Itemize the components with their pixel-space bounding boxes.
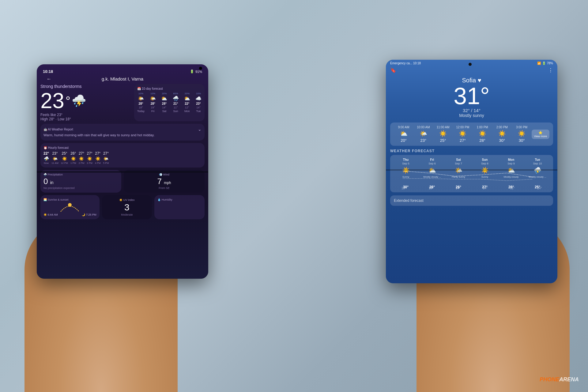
phone-left-body: 10:18 🔋 91% ← g.k. Mladost I, Varna Stro… xyxy=(37,64,208,279)
wf-section-title: WEATHER FORECAST xyxy=(390,149,553,153)
hourly-item-5: 27° ☀️ 3 PM xyxy=(87,151,92,164)
h4-time: 2 PM xyxy=(79,162,85,164)
day-high-1: 28° xyxy=(151,102,155,105)
low-3: 14° xyxy=(483,187,488,190)
precip-wind-row: 🌧️ Precipitation 0 in No precipitation e… xyxy=(40,170,205,193)
svg-point-0 xyxy=(68,203,72,207)
wind-sub: From SE xyxy=(159,187,170,190)
day-label-5: Tue xyxy=(196,110,201,113)
day-low-3: 11° xyxy=(174,106,178,109)
watermark-arena: ARENA xyxy=(559,376,579,383)
sunrise-title: 🌅 Sunrise & sunset xyxy=(43,198,96,201)
precip-title: 🌧️ Precipitation xyxy=(43,173,118,176)
h0-icon: ⛈️ xyxy=(44,156,49,161)
day-high-2: 28° xyxy=(162,102,167,105)
watermark: PHONEARENA xyxy=(540,376,579,383)
day-precip-5: 10% xyxy=(196,92,201,95)
wf-fri: Fri Sep 6 ⛅ Mostly cloudy ... 28° xyxy=(420,158,445,189)
sunset-time: 🌙 7:25 PM xyxy=(82,213,96,216)
sunrise-arc-svg xyxy=(59,202,81,213)
h7-icon: 🌤️ xyxy=(103,156,108,161)
ai-report-text: Warm, humid morning with rain that will … xyxy=(43,133,202,138)
uv-title: ☀️ UV index xyxy=(119,198,134,202)
h5-icon: ☀️ xyxy=(87,156,92,161)
h6-temp: 27° xyxy=(95,151,100,156)
battery-icon-left: 🔋 xyxy=(190,70,194,74)
extended-label: Extended forecast xyxy=(394,198,424,203)
low-2: 14° xyxy=(456,187,460,190)
wf-sat: Sat Sep 7 🌤️ Partly sunny 26° xyxy=(446,158,471,189)
h0-time: Now xyxy=(44,162,49,164)
weather-icon: ⛈️ xyxy=(72,95,86,107)
status-icons-right: 📶 🔋 78% xyxy=(537,62,553,65)
battery-pct-right: 78% xyxy=(547,62,553,65)
temp-display: 23 ° ⛈️ xyxy=(40,90,131,111)
status-icons-left: 🔋 91% xyxy=(190,70,202,74)
h5-time: 3 PM xyxy=(87,162,92,164)
feels-like: Feels like 23° xyxy=(40,113,131,117)
low-4: 11° xyxy=(510,187,514,190)
day-high-4: 22° xyxy=(185,102,189,105)
sunrise-time: ☀️ 6:44 AM xyxy=(43,213,58,216)
temp-value: 23 xyxy=(40,90,64,111)
bookmark-icon[interactable]: 🔖 xyxy=(390,67,396,73)
h5-temp: 27° xyxy=(87,151,92,156)
fold-divider-left xyxy=(37,172,208,172)
tl-4: 1:00 PM ☀️ 28° xyxy=(473,126,492,143)
hourly-item-1: 23° 🌤️ 11 AM xyxy=(51,151,58,164)
wf-thu: Thu Sep 5 ☀️ Sunny 30° xyxy=(393,158,418,189)
status-time-left: 10:18 xyxy=(43,69,53,74)
weather-forecast-section: WEATHER FORECAST Thu Sep 5 ☀️ Sunny 30° … xyxy=(390,149,553,192)
day-precip-2: 20% xyxy=(162,92,167,95)
h4-temp: 27° xyxy=(79,151,84,156)
day-label-4: Mon xyxy=(184,110,190,113)
day-label-2: Sat xyxy=(162,110,167,113)
phone-right-screen: Emergency ca... 10:18 📶 🔋 78% 🔖 ⋮ Sofia … xyxy=(386,60,557,283)
day-icon-4: ⛅ xyxy=(184,96,190,101)
humidity-card: 💧 Humidity xyxy=(154,195,205,219)
phone-left-screen: 10:18 🔋 91% ← g.k. Mladost I, Varna Stro… xyxy=(37,64,208,279)
extended-forecast-btn[interactable]: Extended forecast xyxy=(390,195,553,206)
day-high-0: 28° xyxy=(138,102,143,105)
view-more-button[interactable]: ⭐ View more xyxy=(532,130,549,139)
view-more-label: View more xyxy=(534,135,547,138)
wind-title: 💨 Wind xyxy=(159,173,169,176)
status-emergency: Emergency ca... 10:18 xyxy=(390,62,421,65)
back-arrow-icon[interactable]: ← xyxy=(47,76,51,82)
hourly-item-6: 27° ☀️ 4 PM xyxy=(95,151,101,164)
sunrise-card: 🌅 Sunrise & sunset ☀️ 6:44 AM 🌙 7:25 PM xyxy=(40,195,100,219)
h7-temp: 27° xyxy=(103,151,109,156)
wind-value: 7 mph xyxy=(157,177,171,185)
ai-dropdown[interactable]: ⌄ xyxy=(198,127,202,132)
h3-temp: 26° xyxy=(70,151,76,156)
day-icon-2: ⛅ xyxy=(161,96,167,101)
ai-title-text: 🤖 AI Weather Report xyxy=(43,128,73,131)
more-options-icon[interactable]: ⋮ xyxy=(548,67,553,73)
hourly-item-4: 27° ☀️ 2 PM xyxy=(79,151,85,164)
tl-5: 2:00 PM ☀️ 30° xyxy=(492,126,512,143)
day-high-5: 23° xyxy=(196,102,201,105)
camera-hole-left xyxy=(199,67,202,70)
wf-tue: Tue Sep 10 ⛈️ Mostly cloudy ... 25° xyxy=(525,158,550,189)
h1-time: 11 AM xyxy=(51,162,58,164)
tl-6: 3:00 PM ☀️ 30° xyxy=(512,126,531,143)
precip-sub: No precipitation expected xyxy=(43,187,118,190)
location-title: g.k. Mladost I, Varna xyxy=(102,76,143,81)
sunrise-times: ☀️ 6:44 AM 🌙 7:25 PM xyxy=(43,213,96,216)
ten-day-forecast-card: 📅 10-day forecast 10% 🌤️ 28° 18° Today 1… xyxy=(134,84,205,121)
main-temp: 31° xyxy=(392,84,551,108)
wind-card: 💨 Wind 7 mph From SE xyxy=(124,170,205,193)
hourly-item-7: 27° 🌤️ 5 PM xyxy=(103,151,109,164)
h1-temp: 23° xyxy=(52,151,58,156)
day-icon-3: 🌧️ xyxy=(173,96,179,101)
hourly-timeline-right: 9:00 AM ⛅ 20° 10:00 AM 🌤️ 23° 11:00 AM ☀… xyxy=(390,123,553,146)
day-icon-5: ☁️ xyxy=(195,96,202,101)
phone-right: Emergency ca... 10:18 📶 🔋 78% 🔖 ⋮ Sofia … xyxy=(386,60,557,283)
low-1: 15° xyxy=(428,187,433,190)
hourly-list: 22° ⛈️ Now 23° 🌤️ 11 AM 25° xyxy=(43,151,202,164)
h1-icon: 🌤️ xyxy=(52,156,58,161)
hourly-item-2: 25° ☀️ 12 PM xyxy=(61,151,68,164)
sunrise-display: ☀️ 6:44 AM 🌙 7:25 PM xyxy=(43,202,96,216)
current-weather: Strong thunderstorms 23 ° ⛈️ Feels like … xyxy=(40,84,131,121)
h2-temp: 25° xyxy=(62,151,67,156)
